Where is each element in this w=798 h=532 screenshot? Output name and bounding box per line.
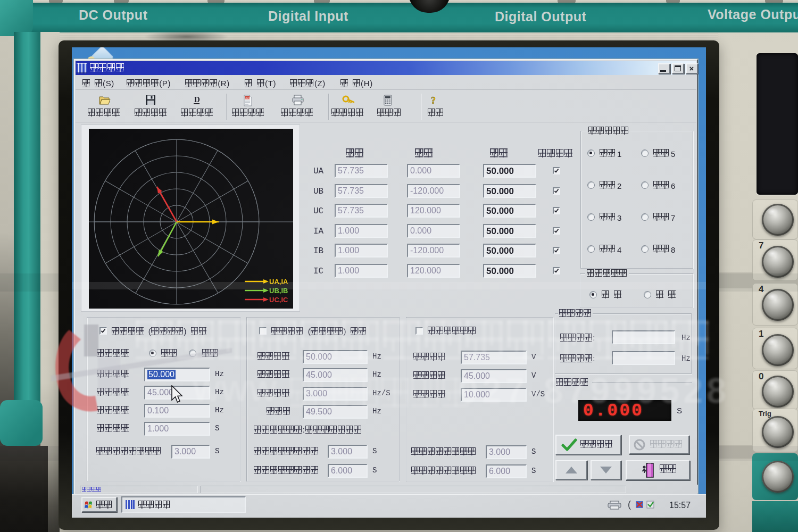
svg-text:D: D (194, 95, 200, 104)
svg-text:UC,IC: UC,IC (269, 296, 288, 304)
svg-text:XLS: XLS (245, 96, 251, 99)
svg-text:?: ? (431, 95, 436, 106)
